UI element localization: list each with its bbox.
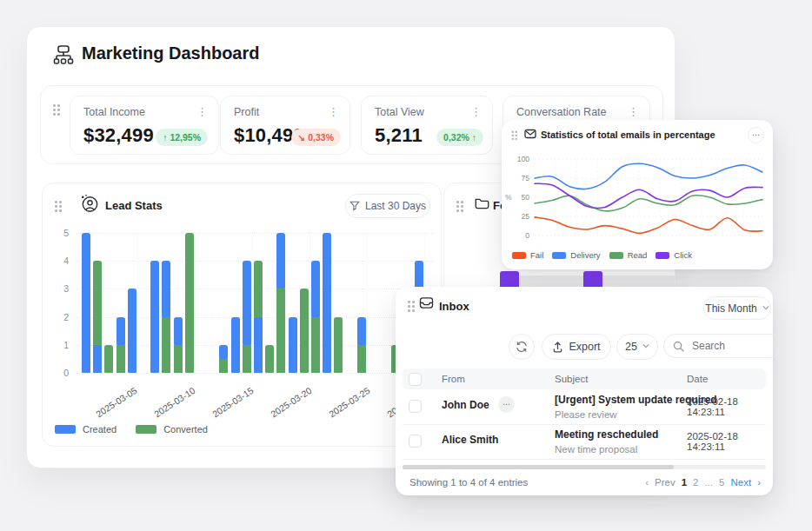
export-button[interactable]: Export xyxy=(542,334,611,360)
gridline xyxy=(309,232,310,373)
kebab-menu-icon[interactable]: ⋮ xyxy=(470,106,482,117)
horizontal-scrollbar-thumb[interactable] xyxy=(403,465,674,469)
inbox-panel: Inbox This Month Export xyxy=(396,287,773,495)
row-more-button[interactable]: ⋯ xyxy=(498,396,515,413)
stat-card-profit: Profit ⋮ $10,499 ↘ 0,33% xyxy=(220,96,350,155)
legend-swatch-read xyxy=(609,252,623,259)
legend-swatch-created xyxy=(55,425,76,434)
legend-label-converted: Converted xyxy=(163,424,208,435)
y-tick-label: 2 xyxy=(51,312,69,322)
bar-segment-created xyxy=(174,317,183,345)
y-tick-label: 1 xyxy=(51,340,69,350)
email-stats-legend: FailDeliveryReadClick xyxy=(512,250,692,260)
bar-segment-created xyxy=(162,261,170,316)
page-button-5[interactable]: 5 xyxy=(719,477,724,488)
legend-swatch-converted xyxy=(136,425,156,434)
bar-segment-created xyxy=(219,345,228,359)
legend-label: Fail xyxy=(530,250,543,260)
row-from: John Doe xyxy=(442,399,489,411)
kebab-menu-icon[interactable]: ⋮ xyxy=(328,106,339,117)
kebab-menu-icon[interactable]: ⋮ xyxy=(196,106,208,117)
legend-item: Read xyxy=(609,250,648,260)
row-checkbox[interactable] xyxy=(409,400,422,413)
column-header-date[interactable]: Date xyxy=(687,374,708,384)
bar-segment-created xyxy=(93,345,102,373)
folder-card-drag-handle[interactable] xyxy=(455,199,464,212)
select-all-checkbox[interactable] xyxy=(409,373,422,386)
bar-segment-created xyxy=(150,261,159,373)
x-axis-label: 2025-03-20 xyxy=(261,385,313,424)
row-checkbox[interactable] xyxy=(409,435,422,448)
bar-segment-converted xyxy=(185,233,194,373)
search-icon xyxy=(673,341,684,352)
stat-badge: ↑ 12,95% xyxy=(156,129,208,146)
gridline xyxy=(76,233,434,234)
x-axis-label: 2025-03-15 xyxy=(203,385,255,424)
search-input[interactable] xyxy=(690,339,755,353)
inbox-drag-handle[interactable] xyxy=(406,299,416,312)
entries-summary: Showing 1 to 4 of 4 entries xyxy=(409,477,528,488)
y-tick-label: 5 xyxy=(51,228,69,238)
gridline xyxy=(367,232,368,373)
bar-segment-created xyxy=(311,261,320,316)
inbox-title: Inbox xyxy=(439,300,469,313)
bar-segment-converted xyxy=(243,345,251,373)
bar-segment-converted xyxy=(174,345,183,373)
prev-button[interactable]: Prev xyxy=(655,477,676,488)
next-button[interactable]: Next xyxy=(731,477,752,488)
y-tick-label: 4 xyxy=(51,256,69,266)
page-button-1[interactable]: 1 xyxy=(682,477,687,488)
prev-arrow-button[interactable]: ‹ xyxy=(645,477,649,488)
bar-segment-converted xyxy=(300,289,309,373)
bar-segment-created xyxy=(243,261,251,345)
bar-segment-created xyxy=(323,233,331,373)
stat-card-total-view: Total View ⋮ 5,211 0,32% ↑ xyxy=(361,96,493,155)
period-label: This Month xyxy=(705,302,756,315)
legend-label: Delivery xyxy=(570,250,600,260)
gridline xyxy=(76,373,434,374)
stat-value: $32,499 xyxy=(83,124,154,147)
stat-card-total-income: Total Income ⋮ $32,499 ↑ 12,95% xyxy=(70,96,219,155)
stat-label: Conversation Rate xyxy=(516,106,607,118)
bar-segment-converted xyxy=(219,359,228,373)
y-axis-label: % xyxy=(505,193,512,202)
x-axis-label: 2025-03-10 xyxy=(144,385,196,424)
stat-value: 5,211 xyxy=(375,124,423,147)
next-arrow-button[interactable]: › xyxy=(757,477,761,488)
chevron-down-icon xyxy=(762,305,769,312)
period-dropdown[interactable]: This Month xyxy=(703,296,771,320)
bar-segment-converted xyxy=(276,289,285,373)
y-tick-label: 0 xyxy=(51,368,69,378)
line-series-delivery xyxy=(535,163,762,189)
stat-badge: ↘ 0,33% xyxy=(291,129,342,146)
legend-item: Delivery xyxy=(552,250,600,260)
page-size-dropdown[interactable]: 25 xyxy=(616,334,658,360)
stat-label: Profit xyxy=(234,106,259,118)
gridline xyxy=(195,232,196,373)
column-header-from[interactable]: From xyxy=(442,374,465,384)
legend-label: Click xyxy=(674,250,692,260)
legend-swatch-delivery xyxy=(552,252,566,259)
legend-label: Read xyxy=(628,250,648,260)
kebab-menu-icon[interactable]: ⋮ xyxy=(628,106,639,117)
column-header-subject[interactable]: Subject xyxy=(555,374,588,384)
export-icon xyxy=(552,341,563,353)
bar-segment-created xyxy=(116,317,125,345)
search-box[interactable] xyxy=(663,334,782,358)
refresh-button[interactable] xyxy=(509,334,535,360)
stats-row-drag-handle[interactable] xyxy=(51,103,61,116)
desktop-background: Marketing Dashboard Total Income ⋮ $32,4… xyxy=(0,0,812,531)
refresh-icon xyxy=(516,341,528,353)
bar-segment-created xyxy=(254,317,263,373)
bar-segment-converted xyxy=(254,261,263,316)
stat-label: Total Income xyxy=(83,106,145,118)
email-chart-svg xyxy=(502,120,773,269)
bar-segment-converted xyxy=(265,345,274,373)
y-tick-label: 3 xyxy=(51,283,69,294)
bar-segment-converted xyxy=(162,317,170,373)
lead-stats-chart: 5432102025-03-052025-03-102025-03-152025… xyxy=(43,183,441,446)
bar-segment-created xyxy=(82,233,90,373)
x-axis-label: 2025-03-05 xyxy=(86,385,138,424)
legend-label-created: Created xyxy=(83,424,116,435)
page-button-2[interactable]: 2 xyxy=(693,477,698,488)
